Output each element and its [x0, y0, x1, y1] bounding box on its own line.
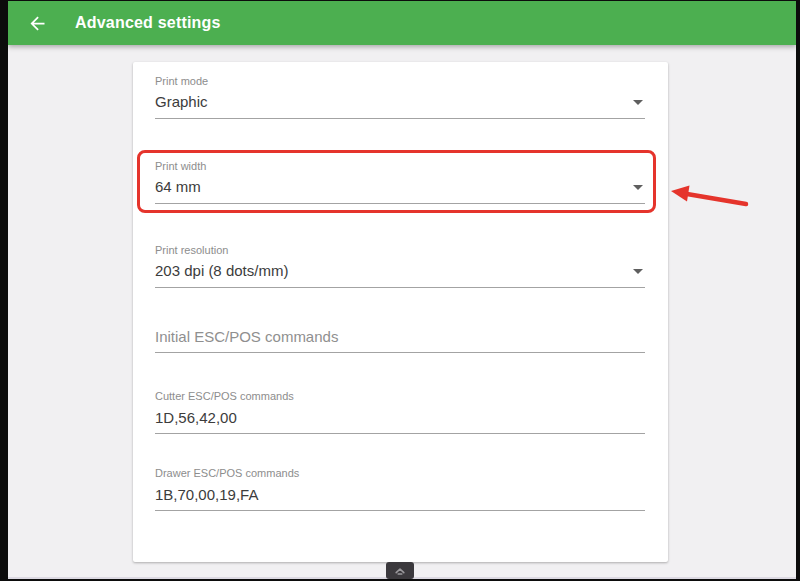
field-cutter-escpos: Cutter ESC/POS commands — [155, 389, 645, 434]
field-value: 64 mm — [155, 177, 645, 204]
show-navigation-handle[interactable] — [386, 562, 414, 579]
bezel-top — [0, 0, 800, 1]
drawer-escpos-input[interactable] — [155, 484, 645, 511]
initial-escpos-input[interactable] — [155, 326, 645, 353]
field-drawer-escpos: Drawer ESC/POS commands — [155, 466, 645, 511]
bezel-left — [0, 0, 8, 581]
field-initial-escpos — [155, 326, 645, 353]
arrow-left-icon — [27, 13, 48, 34]
settings-card: Print mode Graphic Print width 64 mm Pri… — [133, 62, 668, 562]
field-label: Print width — [155, 159, 645, 173]
field-label: Drawer ESC/POS commands — [155, 466, 645, 480]
back-button[interactable] — [25, 11, 49, 35]
dropdown-arrow-icon — [633, 100, 643, 105]
dropdown-arrow-icon — [633, 185, 643, 190]
field-print-resolution[interactable]: Print resolution 203 dpi (8 dots/mm) — [155, 243, 645, 288]
cutter-escpos-input[interactable] — [155, 407, 645, 434]
screen: Advanced settings Print mode Graphic Pri… — [0, 0, 800, 581]
page-title: Advanced settings — [75, 14, 221, 32]
field-print-mode[interactable]: Print mode Graphic — [155, 74, 645, 119]
field-value: 203 dpi (8 dots/mm) — [155, 261, 645, 288]
chevron-up-icon — [394, 566, 406, 576]
bezel-right — [796, 0, 800, 581]
field-label: Cutter ESC/POS commands — [155, 389, 645, 403]
dropdown-arrow-icon — [633, 269, 643, 274]
field-label: Print mode — [155, 74, 645, 88]
field-label: Print resolution — [155, 243, 645, 257]
app-bar: Advanced settings — [8, 1, 796, 45]
field-print-width[interactable]: Print width 64 mm — [155, 159, 645, 204]
field-value: Graphic — [155, 92, 645, 119]
